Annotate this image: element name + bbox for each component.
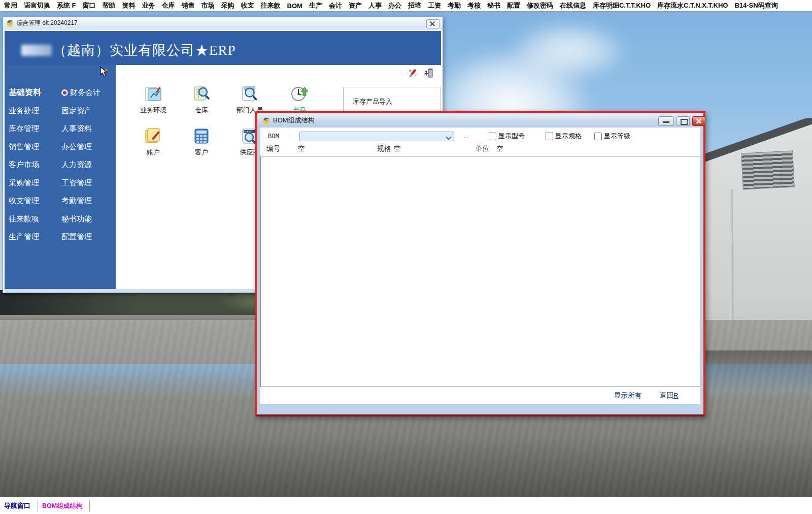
show-all-button[interactable]: 显示所有 [614,391,641,400]
taskbar-item-label: BOM组成结构 [42,502,82,510]
menu-item[interactable]: 考勤 [448,1,461,10]
field-value-number: 空 [298,144,305,153]
minimize-icon[interactable] [658,116,674,126]
sidebar-item-purchasing[interactable]: 采购管理 [9,174,41,192]
menu-item[interactable]: 考核 [467,1,481,10]
sidebar-item-label: 财务会计 [70,88,100,98]
menu-item[interactable]: 往来款 [261,1,281,10]
back-button-accelerator: R [673,392,679,399]
taskbar-item-bom-structure[interactable]: BOM组成结构 [38,500,90,511]
menu-item[interactable]: 资料 [122,1,136,10]
checkbox-show-spec[interactable]: 显示规格 [546,132,582,141]
app-icon [6,19,14,27]
sidebar-item-sales[interactable]: 销售管理 [9,138,41,156]
taskbar-item-navigation-window[interactable]: 导航窗口 [0,500,38,511]
sidebar-item-finance-accounting[interactable]: 财务会计 [61,84,100,102]
menu-item[interactable]: 库存明细C.T.T.KHO [593,1,651,10]
bottom-taskbar: 导航窗口 BOM组成结构 [0,497,812,514]
checkbox-show-model[interactable]: 显示型号 [489,132,525,141]
dialog-titlebar[interactable]: BOM组成结构 [257,113,703,127]
checkbox-label: 显示规格 [555,132,582,141]
sidebar-item-receivables[interactable]: 往来款项 [9,210,41,229]
exit-door-icon[interactable] [423,68,433,78]
menu-item[interactable]: 在线信息 [560,1,586,10]
accounts-icon [144,126,163,146]
taskbar-item-label: 导航窗口 [4,501,30,510]
main-window-close-icon[interactable] [426,19,439,28]
maximize-icon[interactable] [676,116,690,126]
menu-item[interactable]: 收支 [241,1,254,10]
sidebar-item-label: 固定资产 [61,106,92,116]
sidebar-item-fixed-assets[interactable]: 固定资产 [61,102,100,120]
sidebar-item-income-expense[interactable]: 收支管理 [9,192,41,210]
menu-item[interactable]: 秘书 [487,1,500,10]
shortcut-business-environment[interactable]: 业务环境 [130,84,176,115]
menu-item[interactable]: 常用 [4,1,17,10]
field-label-spec: 规格 [377,144,391,153]
checkbox-show-grade[interactable]: 显示等级 [594,132,630,141]
utility-item-import-stock-products[interactable]: 库存产品导入 [353,94,441,108]
menu-bar: 常用 语言切换 系统 F 窗口 帮助 资料 业务 仓库 销售 市场 采购 收支 … [0,0,812,12]
menu-item[interactable]: 业务 [142,1,155,10]
menu-item[interactable]: 会计 [329,1,342,10]
sidebar-item-basic-data[interactable]: 基础资料 [9,84,41,102]
browse-dots[interactable]: .. [463,133,470,140]
menu-item[interactable]: 语言切换 [24,1,50,10]
menu-item[interactable]: 资产 [349,1,362,10]
menu-item[interactable]: 办公 [388,1,401,10]
shortcut-customers[interactable]: 客户 [179,126,224,157]
menu-item[interactable]: 仓库 [162,1,175,10]
menu-item[interactable]: 系统 F [57,1,76,10]
department-staff-icon [240,84,259,104]
sidebar-item-inventory[interactable]: 库存管理 [9,120,41,138]
sidebar-item-production[interactable]: 生产管理 [9,228,41,246]
sidebar-item-label: 工资管理 [61,178,92,188]
menu-item[interactable]: BOM [287,2,302,10]
menu-item[interactable]: 窗口 [83,1,96,10]
sidebar-column-2: 财务会计 固定资产 人事资料 办公管理 人力资源 工资管理 考勤管理 秘书功能 … [61,84,100,246]
menu-item[interactable]: 工资 [428,1,441,10]
shortcut-product[interactable]: 产品 [277,84,322,115]
menu-item[interactable]: B14-SN码查询 [734,1,777,10]
main-window-titlebar[interactable]: 综合管理 oit 20240217 [3,17,443,29]
shortcut-label: 仓库 [179,106,224,115]
shortcut-department-staff[interactable]: 部门人员 [227,84,273,115]
bom-structure-list[interactable] [260,156,700,387]
sidebar-item-label: 秘书功能 [61,214,92,224]
menu-item[interactable]: 人事 [368,1,382,10]
sidebar-item-human-resources[interactable]: 人力资源 [61,156,100,174]
dialog-icon [262,117,270,124]
cloud [507,20,629,81]
chevron-down-icon [447,135,451,139]
close-icon[interactable] [692,116,705,126]
sidebar-item-configuration[interactable]: 配置管理 [61,228,100,246]
module-sidebar: 基础资料 业务处理 库存管理 销售管理 客户市场 采购管理 收支管理 往来款项 … [5,65,116,289]
menu-item[interactable]: 配置 [507,1,520,10]
checkbox-icon [489,133,496,140]
shortcut-accounts[interactable]: 账户 [130,126,176,157]
sidebar-item-office[interactable]: 办公管理 [61,138,100,156]
bom-combobox[interactable] [299,132,454,141]
sidebar-item-secretary[interactable]: 秘书功能 [61,210,100,229]
sidebar-item-label: 生产管理 [9,232,39,242]
sidebar-item-hr-data[interactable]: 人事资料 [61,120,100,138]
menu-item[interactable]: 市场 [201,1,215,10]
sidebar-item-attendance[interactable]: 考勤管理 [61,192,100,210]
menu-item[interactable]: 修改密码 [527,1,553,10]
menu-item[interactable]: 招培 [408,1,421,10]
sidebar-item-label: 业务处理 [9,106,39,116]
menu-item[interactable]: 库存流水C.T.N.X.T.KHO [657,1,728,10]
sidebar-item-payroll[interactable]: 工资管理 [61,174,100,192]
back-button[interactable]: 返回R [660,391,679,400]
wallpaper-warehouse-building [702,118,812,353]
menu-item[interactable]: 生产 [309,1,322,10]
dialog-info-row: 编号 空 规格 空 单位 空 [260,144,700,154]
tools-screwdriver-icon[interactable] [408,68,418,78]
menu-item[interactable]: 帮助 [103,1,116,10]
sidebar-item-customer-market[interactable]: 客户市场 [9,156,41,174]
warehouse-icon [192,84,211,104]
menu-item[interactable]: 销售 [182,1,195,10]
sidebar-item-business[interactable]: 业务处理 [9,102,41,120]
shortcut-warehouse[interactable]: 仓库 [179,84,224,115]
menu-item[interactable]: 采购 [221,1,234,10]
